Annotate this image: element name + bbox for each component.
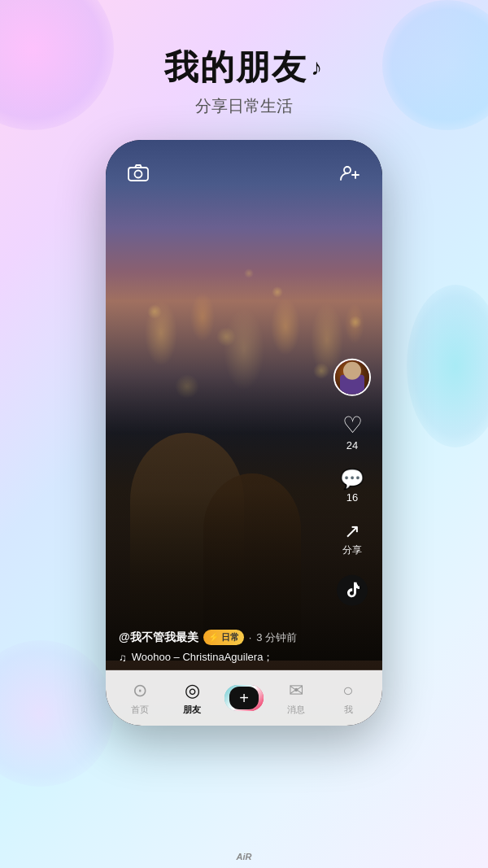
create-button-inner: +	[229, 687, 259, 709]
content-wrapper: 我的朋友 ♪ 分享日常生活	[0, 0, 488, 868]
music-note-icon: ♫	[119, 652, 127, 664]
create-button[interactable]: +	[224, 685, 264, 711]
tiktok-disc	[337, 575, 368, 606]
post-time: 3 分钟前	[256, 630, 297, 645]
username: @我不管我最美	[119, 630, 198, 645]
avatar-image	[335, 360, 369, 395]
separator-dot: ·	[249, 631, 252, 643]
main-title: 我的朋友 ♪	[164, 45, 324, 90]
me-label: 我	[344, 704, 353, 716]
nav-item-friends[interactable]: ◎ 朋友	[166, 680, 218, 716]
header-section: 我的朋友 ♪ 分享日常生活	[164, 0, 324, 117]
bokeh-1	[147, 304, 162, 319]
avatar[interactable]	[333, 359, 371, 396]
messages-icon: ✉	[289, 680, 303, 701]
friends-icon: ◎	[185, 680, 200, 701]
friends-label: 朋友	[183, 704, 201, 716]
like-count: 24	[346, 439, 358, 451]
song-text: Woohoo – ChristinaAguilera；	[132, 650, 274, 665]
subtitle: 分享日常生活	[164, 95, 324, 117]
home-icon: ⊙	[133, 680, 147, 701]
user-tag-line: @我不管我最美 ⚡ 日常 · 3 分钟前	[119, 630, 325, 645]
nav-item-home[interactable]: ⊙ 首页	[114, 680, 166, 716]
nav-item-create[interactable]: +	[218, 685, 270, 711]
bottom-info: @我不管我最美 ⚡ 日常 · 3 分钟前 ♫ Woohoo – Christin…	[119, 630, 325, 665]
nav-item-messages[interactable]: ✉ 消息	[270, 680, 322, 716]
messages-label: 消息	[287, 704, 305, 716]
brand-label: AiR	[237, 852, 252, 861]
share-label: 分享	[342, 543, 362, 557]
comment-action[interactable]: 💬 16	[340, 469, 364, 504]
phone-mockup: ♡ 24 💬 16 ↗ 分享 @我不管我最美	[106, 140, 382, 726]
badge-icon: ⚡	[208, 632, 220, 643]
daily-badge: ⚡ 日常	[203, 630, 244, 645]
title-text: 我的朋友	[164, 45, 307, 90]
svg-point-1	[135, 171, 142, 178]
share-action[interactable]: ↗ 分享	[342, 521, 362, 557]
song-line: ♫ Woohoo – ChristinaAguilera；	[119, 650, 325, 665]
bottom-nav: ⊙ 首页 ◎ 朋友 + ✉ 消息 ○ 我	[106, 670, 382, 726]
comment-icon: 💬	[340, 469, 364, 489]
comment-count: 16	[346, 491, 358, 504]
like-action[interactable]: ♡ 24	[342, 414, 363, 451]
heart-icon: ♡	[342, 414, 363, 437]
nav-item-me[interactable]: ○ 我	[322, 680, 374, 716]
svg-rect-0	[129, 168, 148, 181]
me-icon: ○	[342, 680, 353, 701]
tiktok-note-icon: ♪	[311, 55, 324, 81]
top-bar	[106, 158, 382, 187]
badge-text: 日常	[221, 631, 239, 643]
right-sidebar: ♡ 24 💬 16 ↗ 分享	[333, 359, 371, 606]
home-label: 首页	[131, 704, 149, 716]
share-icon: ↗	[344, 521, 360, 541]
camera-button[interactable]	[124, 158, 153, 187]
add-friend-button[interactable]	[335, 158, 364, 187]
svg-point-2	[344, 167, 351, 173]
bokeh-3	[272, 286, 283, 298]
